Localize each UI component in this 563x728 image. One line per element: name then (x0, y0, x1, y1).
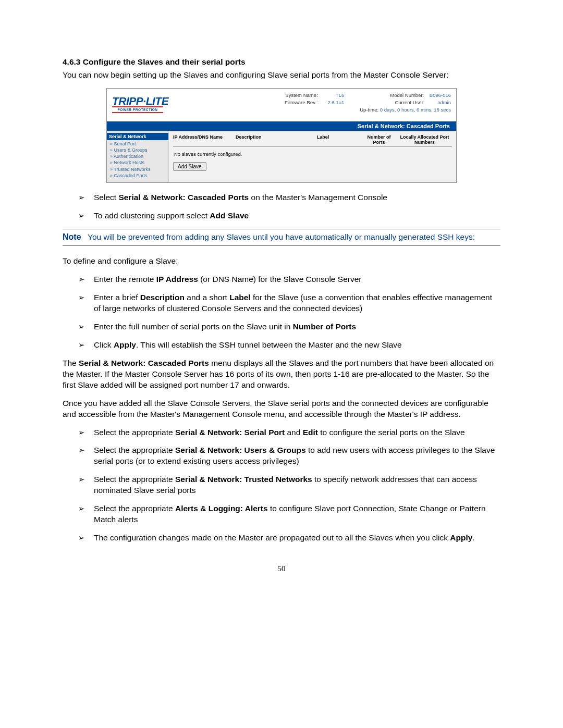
user-value: admin (430, 99, 451, 106)
col-description: Description (236, 134, 285, 145)
sidebar-item-network-hosts[interactable]: Network Hosts (109, 160, 166, 166)
user-label: Current User: (395, 99, 424, 106)
model-label: Model Number: (390, 92, 424, 99)
list-item: Select the appropriate Alerts & Logging:… (78, 503, 500, 525)
bullet-list-3: Select the appropriate Serial & Network:… (63, 427, 500, 544)
sysname-label: System Name: (285, 92, 317, 99)
divider (63, 229, 500, 229)
page-title-bar: Serial & Network: Cascaded Ports (107, 121, 456, 131)
col-label: Label (285, 134, 361, 145)
list-item: To add clustering support select Add Sla… (78, 211, 500, 221)
tripplite-logo: TRIPP·LITE POWER PROTECTION (112, 92, 206, 113)
sysname-value: TL6 (323, 92, 344, 99)
firmware-value: 2.6.1u1 (323, 99, 344, 106)
logo-text: TRIPP·LITE (112, 95, 206, 107)
intro-paragraph: You can now begin setting up the Slaves … (63, 70, 500, 81)
firmware-label: Firmware Rev.: (285, 99, 318, 106)
divider (63, 245, 500, 245)
list-item: Select the appropriate Serial & Network:… (78, 427, 500, 438)
sidebar-item-cascaded-ports[interactable]: Cascaded Ports (109, 173, 166, 179)
sidebar-item-authentication[interactable]: Authentication (109, 154, 166, 160)
sidebar-item-trusted-networks[interactable]: Trusted Networks (109, 167, 166, 173)
list-item: Click Apply. This will establish the SSH… (78, 340, 500, 351)
console-screenshot: TRIPP·LITE POWER PROTECTION System Name:… (106, 88, 457, 183)
define-intro: To define and configure a Slave: (63, 256, 500, 267)
list-item: Enter the full number of serial ports on… (78, 322, 500, 332)
paragraph: The Serial & Network: Cascaded Ports men… (63, 358, 500, 391)
bullet-list-2: Enter the remote IP Address (or DNS Name… (63, 274, 500, 351)
list-item: Select the appropriate Serial & Network:… (78, 445, 500, 467)
col-number-ports: Number of Ports (361, 134, 397, 145)
side-nav: Serial & Network Serial Port Users & Gro… (107, 131, 168, 183)
empty-message: No slaves currently configured. (173, 147, 452, 161)
sidebar-item-users-groups[interactable]: Users & Groups (109, 147, 166, 154)
note-label: Note (63, 231, 88, 243)
main-panel: IP Address/DNS Name Description Label Nu… (168, 131, 456, 183)
section-heading: 4.6.3 Configure the Slaves and their ser… (63, 57, 500, 67)
table-header: IP Address/DNS Name Description Label Nu… (173, 134, 452, 147)
list-item: Select Serial & Network: Cascaded Ports … (78, 192, 500, 203)
list-item: The configuration changes made on the Ma… (78, 533, 500, 544)
page-number: 50 (63, 564, 500, 573)
list-item: Enter a brief Description and a short La… (78, 292, 500, 314)
model-value: B096-016 (430, 92, 451, 99)
uptime-label: Up-time: (360, 106, 378, 114)
note-text: You will be prevented from adding any Sl… (88, 231, 500, 243)
add-slave-button[interactable]: Add Slave (173, 162, 206, 171)
col-allocated: Locally Allocated Port Numbers (397, 134, 452, 145)
list-item: Enter the remote IP Address (or DNS Name… (78, 274, 500, 285)
uptime-value: 0 days, 0 hours, 6 mins, 18 secs (380, 106, 451, 114)
paragraph: Once you have added all the Slave Consol… (63, 398, 500, 420)
list-item: Select the appropriate Serial & Network:… (78, 474, 500, 496)
system-info: System Name: TL6 Firmware Rev.: 2.6.1u1 … (206, 92, 451, 114)
side-nav-heading: Serial & Network (107, 133, 168, 140)
note-block: Note You will be prevented from adding a… (63, 231, 500, 243)
col-ip: IP Address/DNS Name (173, 134, 236, 145)
bullet-list-1: Select Serial & Network: Cascaded Ports … (63, 192, 500, 221)
sidebar-item-serial-port[interactable]: Serial Port (109, 141, 166, 147)
